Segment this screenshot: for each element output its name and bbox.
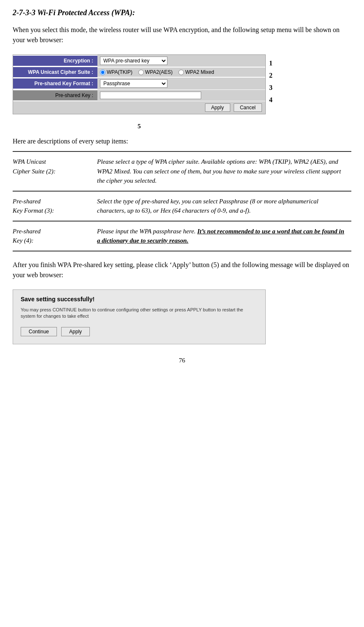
- encryption-row: Encryption : WPA pre-shared key: [13, 55, 265, 67]
- preshared-format-select[interactable]: Passphrase Hex: [100, 79, 167, 88]
- wpa-unicast-label: WPA Unicast Cipher Suite :: [13, 67, 97, 77]
- preshared-format-row: Pre-shared Key Format : Passphrase Hex: [13, 78, 265, 89]
- term-preshared-format: Pre-sharedKey Format (3):: [13, 191, 97, 221]
- apply-button-panel[interactable]: Apply: [205, 103, 230, 112]
- def-preshared-key-normal: Please input the WPA passphrase here.: [97, 228, 197, 235]
- preshared-key-row: Pre-shared Key :: [13, 90, 265, 101]
- def-wpa-unicast: Please select a type of WPA cipher suite…: [97, 151, 351, 191]
- num-2: 2: [269, 69, 272, 81]
- def-preshared-key: Please input the WPA passphrase here. It…: [97, 221, 351, 251]
- radio-wpa2-aes[interactable]: WPA2(AES): [138, 69, 173, 75]
- settings-panel: Encryption : WPA pre-shared key WPA Unic…: [13, 54, 351, 114]
- apply-button-save[interactable]: Apply: [61, 327, 90, 336]
- radio-wpa-tkip[interactable]: WPA(TKIP): [100, 69, 132, 75]
- term-wpa-unicast: WPA UnicastCipher Suite (2):: [13, 151, 97, 191]
- after-text: After you finish WPA Pre-shared key sett…: [13, 260, 351, 280]
- encryption-select[interactable]: WPA pre-shared key: [100, 57, 167, 65]
- descriptions-table: WPA UnicastCipher Suite (2): Please sele…: [13, 151, 351, 251]
- desc-row-preshared-format: Pre-sharedKey Format (3): Select the typ…: [13, 191, 351, 221]
- continue-button[interactable]: Continue: [21, 327, 57, 336]
- wpa-unicast-value: WPA(TKIP) WPA2(AES) WPA2 Mixed: [97, 68, 265, 77]
- radio-wpa2-mixed[interactable]: WPA2 Mixed: [178, 69, 214, 75]
- preshared-format-value: Passphrase Hex: [97, 78, 265, 89]
- save-desc: You may press CONTINUE button to continu…: [21, 307, 258, 320]
- desc-heading: Here are descriptions of every setup ite…: [13, 138, 351, 145]
- desc-row-preshared-key: Pre-sharedKey (4): Please input the WPA …: [13, 221, 351, 251]
- save-setting-box: Save setting successfully! You may press…: [13, 289, 266, 345]
- preshared-format-label: Pre-shared Key Format :: [13, 78, 97, 89]
- intro-text: When you select this mode, the wireless …: [13, 25, 351, 45]
- panel-buttons-row: Apply Cancel: [13, 101, 265, 114]
- cancel-button-panel[interactable]: Cancel: [234, 103, 262, 112]
- num-3: 3: [269, 81, 272, 94]
- save-buttons: Continue Apply: [21, 327, 258, 336]
- preshared-key-label: Pre-shared Key :: [13, 90, 97, 100]
- num-1: 1: [269, 57, 272, 69]
- encryption-label: Encryption :: [13, 56, 97, 66]
- def-preshared-format: Select the type of pre-shared key, you c…: [97, 191, 351, 221]
- num-5: 5: [13, 123, 266, 130]
- term-preshared-key: Pre-sharedKey (4):: [13, 221, 97, 251]
- page-title: 2-7-3-3 Wi-Fi Protected Access (WPA):: [13, 8, 351, 17]
- wpa-unicast-row: WPA Unicast Cipher Suite : WPA(TKIP) WPA…: [13, 67, 265, 77]
- save-title: Save setting successfully!: [21, 296, 258, 303]
- preshared-key-value: [97, 90, 265, 101]
- num-4: 4: [269, 94, 272, 106]
- page-number: 76: [13, 357, 351, 364]
- encryption-value: WPA pre-shared key: [97, 55, 265, 67]
- desc-row-wpa-unicast: WPA UnicastCipher Suite (2): Please sele…: [13, 151, 351, 191]
- preshared-key-input[interactable]: [100, 92, 201, 99]
